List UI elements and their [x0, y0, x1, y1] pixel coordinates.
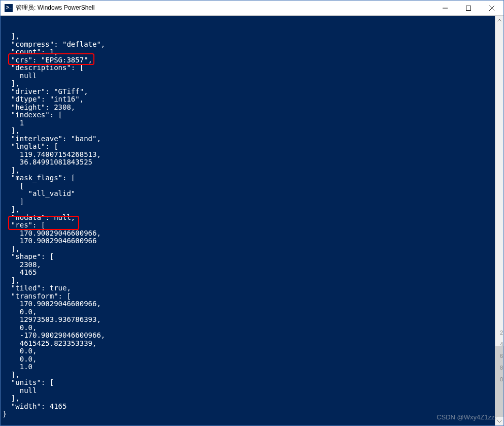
powershell-window: 管理员: Windows PowerShell ], "compress": "…	[0, 0, 504, 426]
maximize-icon	[466, 6, 471, 11]
window-controls	[433, 1, 503, 15]
terminal-text: ], "compress": "deflate", "count": 1, "c…	[3, 32, 493, 418]
scroll-up-button[interactable]	[495, 16, 503, 24]
chevron-up-icon	[497, 19, 501, 21]
terminal-area: ], "compress": "deflate", "count": 1, "c…	[1, 16, 503, 425]
close-icon	[489, 6, 494, 11]
maximize-button[interactable]	[457, 1, 480, 15]
minimize-button[interactable]	[433, 1, 457, 15]
titlebar[interactable]: 管理员: Windows PowerShell	[1, 1, 503, 16]
window-title: 管理员: Windows PowerShell	[16, 4, 433, 12]
chevron-down-icon	[497, 420, 501, 422]
powershell-icon	[5, 4, 13, 12]
background-line-numbers: 24680	[500, 327, 504, 385]
terminal-output[interactable]: ], "compress": "deflate", "count": 1, "c…	[1, 16, 495, 425]
svg-rect-1	[466, 6, 471, 10]
minimize-icon	[443, 6, 448, 11]
close-button[interactable]	[480, 1, 503, 15]
scroll-down-button[interactable]	[495, 417, 503, 425]
